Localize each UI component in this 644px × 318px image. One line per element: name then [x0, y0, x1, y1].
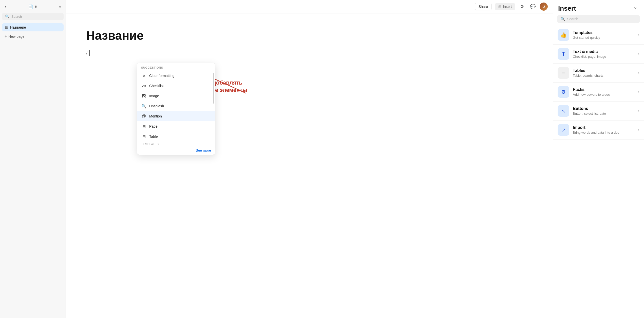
panel-item-buttons[interactable]: ↖ Buttons Button, select list, date ›: [553, 102, 644, 121]
sidebar-search[interactable]: 🔍: [2, 13, 64, 20]
dropdown-item-mention[interactable]: @ Mention: [137, 111, 215, 121]
doc-letter: H: [35, 5, 37, 9]
panel-item-icon: ≡: [558, 67, 569, 79]
panel-item-desc: Bring words and data into a doc: [573, 131, 635, 134]
suggestions-dropdown: SUGGESTIONS ✕ Clear formatting ✓≡ Checkl…: [137, 63, 215, 155]
chevron-right-icon: ›: [638, 90, 639, 94]
editor-area[interactable]: Название / SUGGESTIONS ✕ Clear formattin…: [66, 13, 553, 318]
sidebar: ‹ 📄 H « 🔍 ▦ Название + New page: [0, 0, 66, 318]
dropdown-item-label: Unsplash: [149, 104, 164, 108]
image-icon: 🖼: [141, 93, 147, 99]
panel-item-text: Templates Get started quickly: [573, 30, 635, 39]
new-page-label: New page: [8, 34, 24, 38]
settings-button[interactable]: ⚙: [518, 3, 526, 10]
dropdown-item-label: Clear formatting: [149, 74, 175, 78]
collapse-sidebar-button[interactable]: «: [56, 3, 64, 10]
chevron-right-icon: ›: [638, 52, 639, 56]
back-button[interactable]: ‹: [2, 3, 9, 10]
panel-item-name: Import: [573, 125, 635, 130]
dropdown-item-label: Image: [149, 94, 159, 98]
panel-item-import[interactable]: ↗ Import Bring words and data into a doc…: [553, 121, 644, 140]
cursor: [89, 50, 90, 56]
dropdown-item-clear-formatting[interactable]: ✕ Clear formatting: [137, 71, 215, 81]
share-button[interactable]: Share: [475, 3, 492, 10]
checklist-icon: ✓≡: [141, 83, 147, 89]
insert-search-input[interactable]: [567, 17, 636, 21]
table-icon: ⊞: [141, 134, 147, 139]
topbar: Share ⊞ Insert ⚙ 💬 U: [66, 0, 553, 13]
panel-item-name: Buttons: [573, 106, 635, 111]
panel-item-text: Text & media Checklist, page, image: [573, 49, 635, 58]
unsplash-icon: 🔍: [141, 103, 147, 109]
sidebar-item-название[interactable]: ▦ Название: [2, 23, 64, 31]
panel-item-text: Import Bring words and data into a doc: [573, 125, 635, 134]
suggestions-label: SUGGESTIONS: [137, 63, 215, 71]
sidebar-search-input[interactable]: [11, 15, 61, 18]
panel-item-icon: T: [558, 48, 569, 60]
chevron-right-icon: ›: [638, 33, 639, 37]
dropdown-item-checklist[interactable]: ✓≡ Checklist: [137, 81, 215, 91]
panel-item-text: Buttons Button, select list, date: [573, 106, 635, 115]
dropdown-item-label: Table: [149, 134, 158, 138]
grid-icon: ⊞: [498, 5, 501, 9]
panel-items-list: 👍 Templates Get started quickly › T Text…: [553, 26, 644, 140]
panel-item-tables[interactable]: ≡ Tables Table, boards, charts ›: [553, 64, 644, 83]
dropdown-scrollbar[interactable]: [213, 73, 214, 104]
panel-item-desc: Get started quickly: [573, 36, 635, 39]
chevron-right-icon: ›: [638, 128, 639, 132]
see-more-button[interactable]: See more: [196, 148, 211, 152]
cursor-line: /: [86, 50, 533, 56]
panel-item-text-&-media[interactable]: T Text & media Checklist, page, image ›: [553, 45, 644, 64]
panel-item-text: Tables Table, boards, charts: [573, 68, 635, 77]
dropdown-item-unsplash[interactable]: 🔍 Unsplash: [137, 101, 215, 111]
search-icon: 🔍: [561, 17, 565, 21]
dropdown-item-label: Page: [149, 124, 158, 128]
new-page-button[interactable]: + New page: [2, 32, 64, 41]
panel-item-desc: Add new powers to a doc: [573, 93, 635, 96]
insert-button[interactable]: ⊞ Insert: [495, 3, 515, 10]
panel-item-text: Packs Add new powers to a doc: [573, 87, 635, 96]
mention-icon: @: [141, 113, 147, 119]
doc-icon: 📄: [28, 4, 33, 9]
sidebar-item-label: Название: [10, 25, 26, 29]
insert-label: Insert: [503, 5, 512, 9]
avatar[interactable]: U: [540, 3, 548, 11]
slash-command: /: [86, 50, 87, 56]
panel-item-templates[interactable]: 👍 Templates Get started quickly ›: [553, 26, 644, 45]
panel-item-desc: Button, select list, date: [573, 112, 635, 115]
comment-button[interactable]: 💬: [529, 3, 537, 10]
panel-item-name: Text & media: [573, 49, 635, 54]
panel-item-name: Packs: [573, 87, 635, 92]
panel-item-icon: ↗: [558, 124, 569, 136]
search-icon: 🔍: [5, 14, 9, 18]
page-icon: ▦: [5, 25, 8, 30]
insert-panel: Insert × 🔍 👍 Templates Get started quick…: [553, 0, 644, 318]
templates-partial-label: TEMPLATES: [137, 142, 215, 146]
main-area: Share ⊞ Insert ⚙ 💬 U Название / SUGGESTI…: [66, 0, 553, 318]
clear-formatting-icon: ✕: [141, 73, 147, 78]
chevron-right-icon: ›: [638, 71, 639, 75]
close-panel-button[interactable]: ×: [632, 5, 639, 12]
page-icon: ⊟: [141, 124, 147, 129]
dropdown-item-label: Checklist: [149, 84, 164, 88]
insert-panel-header: Insert ×: [553, 0, 644, 15]
panel-item-desc: Table, boards, charts: [573, 74, 635, 77]
document-title: Название: [86, 29, 533, 43]
insert-search[interactable]: 🔍: [557, 15, 640, 23]
dropdown-item-image[interactable]: 🖼 Image: [137, 91, 215, 101]
panel-item-desc: Checklist, page, image: [573, 55, 635, 58]
insert-panel-title: Insert: [558, 5, 576, 12]
panel-item-packs[interactable]: ⚙ Packs Add new powers to a doc ›: [553, 83, 644, 102]
panel-item-icon: 👍: [558, 29, 569, 41]
panel-item-icon: ⚙: [558, 86, 569, 98]
panel-item-name: Tables: [573, 68, 635, 73]
dropdown-item-table[interactable]: ⊞ Table: [137, 131, 215, 142]
dropdown-item-page[interactable]: ⊟ Page: [137, 121, 215, 131]
chevron-right-icon: ›: [638, 109, 639, 113]
dropdown-item-label: Mention: [149, 114, 162, 118]
plus-icon: +: [5, 34, 7, 39]
sidebar-header: ‹ 📄 H «: [2, 3, 64, 10]
panel-item-icon: ↖: [558, 105, 569, 117]
panel-item-name: Templates: [573, 30, 635, 35]
dropdown-footer: See more: [137, 146, 215, 155]
